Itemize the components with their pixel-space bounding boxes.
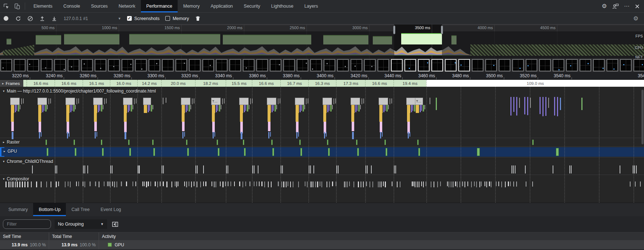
- screenshot-thumbnail[interactable]: [108, 59, 120, 71]
- frame-cell[interactable]: 16.0 ms: [110, 80, 137, 87]
- script-bar[interactable]: [66, 113, 69, 122]
- function-bar[interactable]: [182, 122, 185, 131]
- screenshot-thumbnail[interactable]: [485, 59, 497, 71]
- table-row[interactable]: 13.9 ms100.0 % 13.9 ms100.0 % GPU: [0, 240, 644, 249]
- raster-track-header[interactable]: ▸ Raster: [3, 140, 20, 145]
- more-options-icon[interactable]: ⋯: [624, 3, 630, 9]
- screenshot-thumbnail[interactable]: [593, 59, 605, 71]
- screenshot-thumbnail[interactable]: [189, 59, 201, 71]
- task-block[interactable]: [37, 98, 47, 105]
- main-thread-header[interactable]: ▾ Main — http://127.0.0.1:5500/project/c…: [3, 89, 156, 94]
- tab-lighthouse[interactable]: Lighthouse: [266, 0, 299, 12]
- screenshot-thumbnail[interactable]: [297, 59, 308, 71]
- script-bar[interactable]: [296, 113, 299, 122]
- details-tab-call-tree[interactable]: Call Tree: [66, 203, 95, 216]
- task-block[interactable]: T…: [211, 98, 221, 105]
- screenshot-thumbnail[interactable]: [135, 59, 147, 71]
- tab-network[interactable]: Network: [113, 0, 141, 12]
- screenshot-thumbnail[interactable]: [445, 59, 457, 71]
- settings-gear-icon[interactable]: ⚙: [602, 3, 607, 9]
- script-bar[interactable]: [407, 105, 410, 113]
- screenshot-thumbnail[interactable]: [68, 59, 79, 71]
- column-header-activity[interactable]: Activity: [99, 233, 644, 241]
- script-bar[interactable]: [407, 113, 410, 122]
- compositor-thread-header[interactable]: ▾ Compositor: [3, 176, 29, 181]
- task-block[interactable]: T…: [415, 98, 423, 105]
- screenshot-thumbnail[interactable]: [364, 59, 376, 71]
- screenshot-thumbnail[interactable]: [256, 59, 268, 71]
- script-bar[interactable]: [144, 105, 147, 113]
- tab-performance[interactable]: Performance: [141, 0, 178, 12]
- task-block[interactable]: [239, 98, 249, 105]
- function-bar[interactable]: [11, 122, 14, 131]
- column-header-self-time[interactable]: Self Time: [0, 233, 49, 241]
- screenshot-thumbnail[interactable]: [54, 59, 66, 71]
- capture-target-label[interactable]: 127.0.0.1 #1: [64, 16, 88, 21]
- screenshot-thumbnail[interactable]: [81, 59, 93, 71]
- screenshot-thumbnail[interactable]: [270, 59, 281, 71]
- task-block[interactable]: [351, 98, 360, 105]
- task-block[interactable]: [181, 98, 190, 105]
- script-bar[interactable]: [212, 113, 215, 122]
- timeline-overview[interactable]: 500 ms1000 ms1500 ms2000 ms2500 ms3000 m…: [0, 24, 644, 58]
- screenshot-thumbnail[interactable]: [0, 59, 12, 71]
- frame-cell[interactable]: 16.3 ms: [308, 80, 336, 87]
- save-profile-icon[interactable]: [48, 16, 60, 22]
- frame-cell[interactable]: 16.7 ms: [280, 80, 309, 87]
- script-bar[interactable]: [351, 113, 354, 122]
- task-block[interactable]: [93, 98, 103, 105]
- record-button[interactable]: [0, 16, 12, 21]
- task-block[interactable]: [10, 98, 20, 105]
- details-tab-summary[interactable]: Summary: [3, 203, 33, 216]
- screenshot-thumbnail[interactable]: [283, 59, 295, 71]
- frame-cell[interactable]: 19.4 ms: [394, 80, 426, 87]
- screenshot-thumbnail[interactable]: [378, 59, 389, 71]
- screenshot-thumbnail[interactable]: [431, 59, 443, 71]
- function-bar[interactable]: [124, 122, 127, 132]
- screenshot-thumbnail[interactable]: [472, 59, 483, 71]
- frame-cell[interactable]: 16.6 ms: [252, 80, 280, 87]
- frame-cell[interactable]: 20.0 ms: [161, 80, 195, 87]
- frame-cell[interactable]: 16.1 ms: [83, 80, 110, 87]
- screenshot-thumbnail[interactable]: [175, 59, 187, 71]
- filter-input[interactable]: [3, 219, 51, 229]
- task-block[interactable]: [123, 98, 133, 105]
- script-bar[interactable]: [240, 113, 243, 122]
- details-tab-bottom-up[interactable]: Bottom-Up: [33, 203, 66, 216]
- screenshot-thumbnail[interactable]: [41, 59, 52, 71]
- heaviest-stack-toggle-icon[interactable]: [112, 222, 118, 227]
- screenshot-thumbnail[interactable]: [526, 59, 537, 71]
- tab-security[interactable]: Security: [238, 0, 266, 12]
- task-block[interactable]: [406, 98, 416, 105]
- frame-cell[interactable]: 15.5 ms: [226, 80, 252, 87]
- garbage-collect-icon[interactable]: [192, 16, 204, 22]
- capture-settings-gear-icon[interactable]: ⚙: [630, 16, 642, 22]
- tab-elements[interactable]: Elements: [28, 0, 58, 12]
- script-bar[interactable]: [416, 105, 419, 113]
- script-bar[interactable]: [38, 105, 42, 113]
- load-profile-icon[interactable]: [36, 16, 48, 22]
- script-bar[interactable]: [240, 105, 243, 113]
- script-bar[interactable]: [212, 105, 215, 113]
- gpu-track-header[interactable]: ▸ GPU: [4, 149, 17, 154]
- tab-layers[interactable]: Layers: [299, 0, 324, 12]
- screenshot-thumbnail[interactable]: [243, 59, 254, 71]
- vertical-scrollbar[interactable]: [641, 90, 644, 144]
- script-bar[interactable]: [268, 113, 270, 122]
- script-bar[interactable]: [94, 113, 97, 122]
- tab-console[interactable]: Console: [58, 0, 86, 12]
- frames-track-header[interactable]: ▸ Frames: [0, 80, 23, 87]
- tab-sources[interactable]: Sources: [86, 0, 113, 12]
- screenshot-thumbnail[interactable]: [310, 59, 322, 71]
- clear-recording-button[interactable]: [24, 16, 36, 22]
- details-tab-event-log[interactable]: Event Log: [95, 203, 126, 216]
- script-bar[interactable]: [124, 105, 127, 113]
- childio-thread-header[interactable]: ▾ Chrome_ChildIOThread: [3, 159, 53, 164]
- script-bar[interactable]: [268, 105, 271, 113]
- function-bar[interactable]: [380, 122, 382, 132]
- screenshot-thumbnail[interactable]: [620, 59, 632, 71]
- script-bar[interactable]: [296, 105, 299, 113]
- screenshot-thumbnail[interactable]: [351, 59, 362, 71]
- screenshot-thumbnail[interactable]: [122, 59, 133, 71]
- screenshot-thumbnail[interactable]: [229, 59, 241, 71]
